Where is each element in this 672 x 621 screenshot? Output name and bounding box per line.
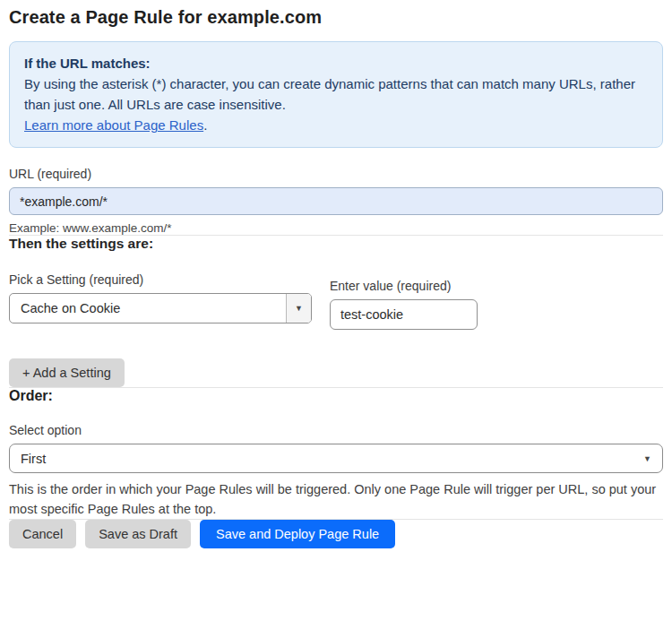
info-box-body: By using the asterisk (*) character, you… (24, 73, 648, 115)
info-box-heading: If the URL matches: (24, 53, 648, 73)
pick-setting-label: Pick a Setting (required) (9, 272, 312, 287)
url-input[interactable] (9, 187, 663, 215)
order-description: This is the order in which your Page Rul… (9, 479, 663, 519)
select-option-label: Select option (9, 423, 663, 437)
url-example-hint: Example: www.example.com/* (9, 221, 663, 235)
page-title: Create a Page Rule for example.com (9, 7, 663, 28)
chevron-down-icon: ▼ (295, 304, 303, 313)
create-page-rule-form: Create a Page Rule for example.com If th… (0, 0, 672, 621)
form-actions: Cancel Save as Draft Save and Deploy Pag… (9, 520, 663, 548)
learn-more-link[interactable]: Learn more about Page Rules (24, 117, 203, 133)
order-select[interactable]: First ▼ (9, 444, 663, 473)
cancel-button[interactable]: Cancel (9, 520, 76, 548)
setting-select-arrow-box[interactable]: ▼ (286, 294, 311, 323)
setting-row: Pick a Setting (required) Cache on Cooki… (9, 272, 663, 330)
setting-select-value: Cache on Cookie (10, 294, 286, 323)
url-label: URL (required) (9, 167, 663, 181)
save-deploy-button[interactable]: Save and Deploy Page Rule (200, 520, 395, 548)
url-field: URL (required) Example: www.example.com/… (9, 167, 663, 235)
order-select-value: First (21, 452, 643, 466)
order-heading: Order: (9, 388, 663, 404)
enter-value-label: Enter value (required) (330, 279, 478, 293)
save-draft-button[interactable]: Save as Draft (85, 520, 191, 548)
setting-select[interactable]: Cache on Cookie ▼ (9, 293, 312, 323)
info-box-link-line: Learn more about Page Rules. (24, 115, 648, 135)
chevron-down-icon: ▼ (643, 454, 651, 463)
value-column: Enter value (required) (330, 272, 478, 330)
setting-value-input[interactable] (330, 299, 478, 330)
add-setting-button[interactable]: + Add a Setting (9, 358, 125, 387)
setting-column: Pick a Setting (required) Cache on Cooki… (9, 272, 312, 323)
link-suffix: . (203, 117, 207, 133)
settings-heading: Then the settings are: (9, 236, 663, 252)
url-match-info-box: If the URL matches: By using the asteris… (9, 41, 663, 148)
